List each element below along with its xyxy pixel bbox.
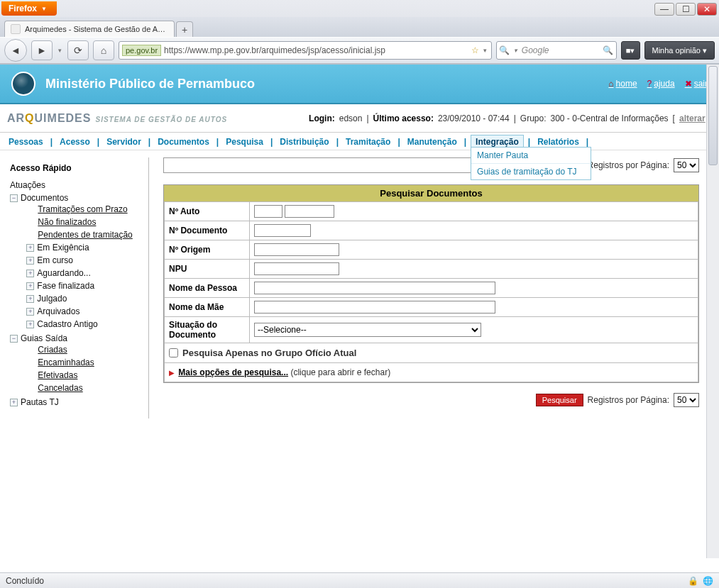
window-minimize-button[interactable]: —: [654, 3, 674, 16]
menu-dropdown-item[interactable]: Manter Pauta: [471, 148, 591, 163]
sidebar-item[interactable]: Pendentes de tramitação: [24, 228, 144, 241]
url-bar[interactable]: pe.gov.br https://www.mp.pe.gov.br/arqui…: [119, 41, 492, 60]
tree-expand-icon[interactable]: +: [26, 244, 34, 252]
tree-expand-icon[interactable]: +: [10, 399, 18, 406]
sidebar-item[interactable]: +Aguardando...: [24, 267, 144, 279]
tree-collapse-icon[interactable]: −: [10, 194, 18, 202]
addons-button[interactable]: ■▾: [621, 41, 640, 60]
sidebar-item-label: Fase finalizada: [37, 281, 94, 291]
tree-collapse-icon[interactable]: −: [10, 335, 18, 343]
nav-reload-button[interactable]: ⟳: [67, 40, 89, 60]
input-nome-pessoa[interactable]: [254, 282, 495, 294]
globe-icon: 🌐: [703, 576, 713, 586]
bookmark-star-icon[interactable]: ☆: [471, 45, 479, 55]
menu-item-distribuição[interactable]: Distribuição: [277, 135, 331, 148]
input-no-origem[interactable]: [254, 243, 339, 256]
nav-history-dropdown[interactable]: ▾: [57, 47, 63, 54]
org-logo-icon: [11, 72, 35, 96]
menu-item-tramitação[interactable]: Tramitação: [343, 135, 393, 148]
tree-expand-icon[interactable]: +: [26, 321, 34, 328]
window-close-button[interactable]: ✕: [697, 3, 717, 16]
window-maximize-button[interactable]: ☐: [676, 3, 696, 16]
org-title: Ministério Público de Pernambuco: [45, 77, 255, 91]
search-button-bottom[interactable]: Pesquisar: [536, 394, 583, 406]
feedback-button[interactable]: Minha opinião ▾: [644, 41, 715, 60]
sidebar-item-label: Em Exigência: [37, 243, 89, 253]
menu-item-pessoas[interactable]: Pessoas: [6, 135, 46, 148]
sidebar-tree: Atuações−DocumentosTramitações com Prazo…: [10, 179, 144, 409]
link-exit[interactable]: ✖sair: [685, 79, 708, 89]
menu-item-servidor[interactable]: Servidor: [104, 135, 144, 148]
main-menu: Pessoas|Acesso|Servidor|Documentos|Pesqu…: [0, 133, 719, 150]
sidebar-item[interactable]: +Pautas TJ: [10, 396, 144, 409]
sidebar-item[interactable]: Encaminhadas: [24, 356, 144, 369]
label-no-auto: Nº Auto: [165, 202, 250, 221]
tree-expand-icon[interactable]: +: [26, 270, 34, 277]
url-dropdown-icon[interactable]: ▾: [482, 47, 488, 54]
url-text: https://www.mp.pe.gov.br/arquimedes/jsp/…: [164, 45, 468, 55]
link-help[interactable]: ?ajuda: [647, 79, 675, 89]
sidebar-item[interactable]: +Julgado: [24, 292, 144, 305]
sidebar-item[interactable]: +Arquivados: [24, 305, 144, 318]
more-options-link[interactable]: Mais opções de pesquisa...: [178, 367, 288, 377]
sidebar-item[interactable]: +Fase finalizada: [24, 279, 144, 292]
label-nome-mae: Nome da Mãe: [165, 298, 250, 317]
sidebar-item[interactable]: −Guias SaídaCriadasEncaminhadasEfetivada…: [10, 332, 144, 396]
sidebar-item[interactable]: +Cadastro Antigo: [24, 318, 144, 331]
tree-expand-icon[interactable]: +: [26, 282, 34, 290]
sidebar-title: Acesso Rápido: [10, 163, 144, 173]
tree-expand-icon[interactable]: +: [26, 308, 34, 316]
sidebar-item[interactable]: Criadas: [24, 343, 144, 356]
sidebar-item-label: Aguardando...: [37, 268, 90, 278]
input-npu[interactable]: [254, 262, 339, 275]
sidebar-item[interactable]: Não finalizados: [24, 216, 144, 228]
records-per-page-select-bottom[interactable]: 50: [674, 393, 699, 407]
select-situacao[interactable]: --Selecione--: [254, 323, 481, 337]
nav-home-button[interactable]: ⌂: [93, 40, 114, 60]
sidebar-item-label: Canceladas: [38, 383, 82, 393]
menu-item-documentos[interactable]: Documentos: [155, 135, 212, 148]
sidebar-item-label: Criadas: [38, 345, 67, 355]
input-no-doc[interactable]: [254, 224, 311, 237]
sidebar-item[interactable]: −DocumentosTramitações com PrazoNão fina…: [10, 192, 144, 332]
nav-back-button[interactable]: ◄: [4, 39, 27, 62]
sidebar-item-label: Atuações: [10, 180, 45, 190]
browser-tab[interactable]: Arquimedes - Sistema de Gestão de Aut...: [4, 21, 175, 37]
label-npu: NPU: [165, 260, 250, 279]
input-no-auto-1[interactable]: [254, 205, 282, 218]
menu-item-manutenção[interactable]: Manutenção: [405, 135, 460, 148]
menu-dropdown-item[interactable]: Guias de tramitação do TJ: [471, 163, 591, 179]
scrollbar-thumb[interactable]: [708, 66, 718, 165]
sidebar: Acesso Rápido Atuações−DocumentosTramita…: [3, 157, 149, 418]
menu-item-pesquisa[interactable]: Pesquisa: [223, 135, 266, 148]
vertical-scrollbar[interactable]: [706, 65, 719, 558]
nav-forward-button[interactable]: ►: [31, 40, 53, 60]
search-engine-dropdown[interactable]: ▾: [512, 47, 519, 54]
browser-search-input[interactable]: 🔍 ▾ Google 🔍: [496, 41, 617, 60]
new-tab-button[interactable]: +: [176, 21, 193, 37]
sidebar-item[interactable]: +Em Exigência: [24, 241, 144, 254]
link-home[interactable]: ⌂home: [608, 79, 637, 89]
status-text: Concluído: [6, 576, 44, 586]
feedback-button-label: Minha opinião: [652, 46, 701, 55]
input-no-auto-2[interactable]: [285, 205, 334, 218]
google-icon: 🔍: [500, 45, 510, 55]
sidebar-item[interactable]: Atuações: [10, 179, 144, 192]
search-go-icon[interactable]: 🔍: [603, 45, 613, 55]
url-host-chip: pe.gov.br: [122, 45, 161, 56]
tree-expand-icon[interactable]: +: [26, 295, 34, 303]
sidebar-item[interactable]: Canceladas: [24, 382, 144, 394]
tree-expand-icon[interactable]: +: [26, 257, 34, 265]
firefox-menu-button[interactable]: Firefox ▼: [1, 1, 57, 16]
org-banner: Ministério Público de Pernambuco ⌂home ?…: [0, 65, 719, 104]
label-nome-pessoa: Nome da Pessoa: [165, 279, 250, 298]
input-nome-mae[interactable]: [254, 301, 495, 314]
page-icon: [11, 24, 21, 34]
sidebar-item[interactable]: +Em curso: [24, 254, 144, 267]
sidebar-item[interactable]: Efetivadas: [24, 369, 144, 382]
change-group-link[interactable]: alterar: [679, 113, 706, 123]
checkbox-grupo-atual[interactable]: [169, 348, 178, 357]
records-per-page-select-top[interactable]: 50: [674, 158, 699, 172]
sidebar-item[interactable]: Tramitações com Prazo: [24, 203, 144, 216]
menu-item-acesso[interactable]: Acesso: [57, 135, 93, 148]
